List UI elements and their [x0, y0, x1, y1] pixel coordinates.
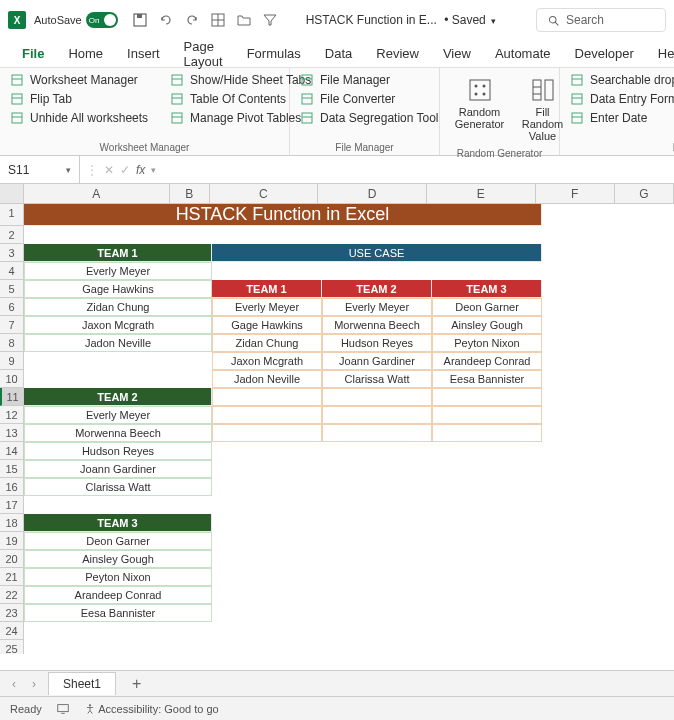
- row-header-22[interactable]: 22: [0, 586, 23, 604]
- cell[interactable]: Peyton Nixon: [24, 568, 212, 586]
- cell[interactable]: Clarissa Watt: [322, 370, 432, 388]
- confirm-icon[interactable]: ✓: [120, 163, 130, 177]
- cancel-icon[interactable]: ✕: [104, 163, 114, 177]
- folder-icon[interactable]: [236, 12, 252, 28]
- row-header-23[interactable]: 23: [0, 604, 23, 622]
- prev-sheet-button[interactable]: ‹: [8, 677, 20, 691]
- menu-tab-review[interactable]: Review: [364, 42, 431, 65]
- row-header-25[interactable]: 25: [0, 640, 23, 654]
- cell[interactable]: TEAM 3: [24, 514, 212, 532]
- cell[interactable]: Deon Garner: [24, 532, 212, 550]
- row-header-12[interactable]: 12: [0, 406, 23, 424]
- cell[interactable]: Morwenna Beech: [322, 316, 432, 334]
- menu-tab-file[interactable]: File: [10, 42, 56, 65]
- row-header-1[interactable]: 1: [0, 204, 23, 226]
- fx-icon[interactable]: fx: [136, 163, 145, 177]
- cell[interactable]: Jaxon Mcgrath: [212, 352, 322, 370]
- cell[interactable]: Gage Hawkins: [212, 316, 322, 334]
- cell[interactable]: Hudson Reyes: [322, 334, 432, 352]
- redo-icon[interactable]: [184, 12, 200, 28]
- cell[interactable]: TEAM 2: [322, 280, 432, 298]
- cell[interactable]: TEAM 3: [432, 280, 542, 298]
- cell[interactable]: Everly Meyer: [322, 298, 432, 316]
- menu-tab-automate[interactable]: Automate: [483, 42, 563, 65]
- col-header-F[interactable]: F: [536, 184, 615, 203]
- row-header-3[interactable]: 3: [0, 244, 23, 262]
- save-icon[interactable]: [132, 12, 148, 28]
- row-header-24[interactable]: 24: [0, 622, 23, 640]
- row-header-10[interactable]: 10: [0, 370, 23, 388]
- cell[interactable]: Zidan Chung: [212, 334, 322, 352]
- cell[interactable]: Arandeep Conrad: [24, 586, 212, 604]
- row-header-8[interactable]: 8: [0, 334, 23, 352]
- col-header-A[interactable]: A: [24, 184, 170, 203]
- cell[interactable]: Everly Meyer: [212, 298, 322, 316]
- cell[interactable]: [212, 424, 322, 442]
- ribbon-data-segregation-tool[interactable]: Data Segregation Tool: [298, 110, 431, 126]
- cell[interactable]: Jadon Neville: [212, 370, 322, 388]
- cell[interactable]: Gage Hawkins: [24, 280, 212, 298]
- row-header-16[interactable]: 16: [0, 478, 23, 496]
- menu-tab-home[interactable]: Home: [56, 42, 115, 65]
- row-header-11[interactable]: 11: [0, 388, 23, 406]
- row-header-20[interactable]: 20: [0, 550, 23, 568]
- cell[interactable]: USE CASE: [212, 244, 542, 262]
- select-all-corner[interactable]: [0, 184, 24, 203]
- cell[interactable]: [432, 406, 542, 424]
- chevron-down-icon[interactable]: ▾: [151, 165, 156, 175]
- grid-icon[interactable]: [210, 12, 226, 28]
- menu-tab-developer[interactable]: Developer: [563, 42, 646, 65]
- menu-tab-insert[interactable]: Insert: [115, 42, 172, 65]
- cell[interactable]: Hudson Reyes: [24, 442, 212, 460]
- cell[interactable]: Eesa Bannister: [432, 370, 542, 388]
- col-header-C[interactable]: C: [210, 184, 319, 203]
- row-header-21[interactable]: 21: [0, 568, 23, 586]
- ribbon-worksheet-manager[interactable]: Worksheet Manager: [8, 72, 150, 88]
- cell[interactable]: Zidan Chung: [24, 298, 212, 316]
- name-box[interactable]: S11 ▾: [0, 156, 80, 183]
- cell[interactable]: Eesa Bannister: [24, 604, 212, 622]
- col-header-B[interactable]: B: [170, 184, 210, 203]
- cell[interactable]: [432, 388, 542, 406]
- cell[interactable]: Jaxon Mcgrath: [24, 316, 212, 334]
- row-header-9[interactable]: 9: [0, 352, 23, 370]
- menu-tab-help[interactable]: Help: [646, 42, 674, 65]
- ribbon-unhide-all-worksheets[interactable]: Unhide All worksheets: [8, 110, 150, 126]
- row-header-6[interactable]: 6: [0, 298, 23, 316]
- display-settings-icon[interactable]: [56, 702, 70, 716]
- spreadsheet-grid[interactable]: ABCDEFG 12345678910111213141516171819202…: [0, 184, 674, 654]
- cell[interactable]: TEAM 2: [24, 388, 212, 406]
- ribbon-file-converter[interactable]: File Converter: [298, 91, 431, 107]
- menu-tab-formulas[interactable]: Formulas: [235, 42, 313, 65]
- menu-tab-view[interactable]: View: [431, 42, 483, 65]
- cell[interactable]: [322, 388, 432, 406]
- row-header-17[interactable]: 17: [0, 496, 23, 514]
- cell[interactable]: Morwenna Beech: [24, 424, 212, 442]
- cell[interactable]: Everly Meyer: [24, 406, 212, 424]
- row-header-7[interactable]: 7: [0, 316, 23, 334]
- cell[interactable]: Ainsley Gough: [24, 550, 212, 568]
- cell[interactable]: TEAM 1: [24, 244, 212, 262]
- cell[interactable]: [212, 406, 322, 424]
- cell[interactable]: Joann Gardiner: [24, 460, 212, 478]
- random-generator-button[interactable]: Random Generator: [452, 76, 507, 142]
- cell[interactable]: [322, 406, 432, 424]
- cell[interactable]: Joann Gardiner: [322, 352, 432, 370]
- cell[interactable]: Everly Meyer: [24, 262, 212, 280]
- cell[interactable]: Deon Garner: [432, 298, 542, 316]
- ribbon-searchable-drop[interactable]: Searchable drop: [568, 72, 674, 88]
- menu-tab-data[interactable]: Data: [313, 42, 364, 65]
- col-header-E[interactable]: E: [427, 184, 536, 203]
- ribbon-data-entry-form[interactable]: Data Entry Form: [568, 91, 674, 107]
- cell[interactable]: TEAM 1: [212, 280, 322, 298]
- ribbon-file-manager[interactable]: File Manager: [298, 72, 431, 88]
- col-header-G[interactable]: G: [615, 184, 674, 203]
- menu-tab-page-layout[interactable]: Page Layout: [172, 35, 235, 73]
- search-input[interactable]: Search: [536, 8, 666, 32]
- chevron-down-icon[interactable]: ▾: [66, 165, 71, 175]
- row-header-4[interactable]: 4: [0, 262, 23, 280]
- chevron-down-icon[interactable]: ▾: [491, 16, 496, 26]
- next-sheet-button[interactable]: ›: [28, 677, 40, 691]
- accessibility-status[interactable]: Accessibility: Good to go: [84, 703, 219, 715]
- add-sheet-button[interactable]: +: [132, 675, 141, 693]
